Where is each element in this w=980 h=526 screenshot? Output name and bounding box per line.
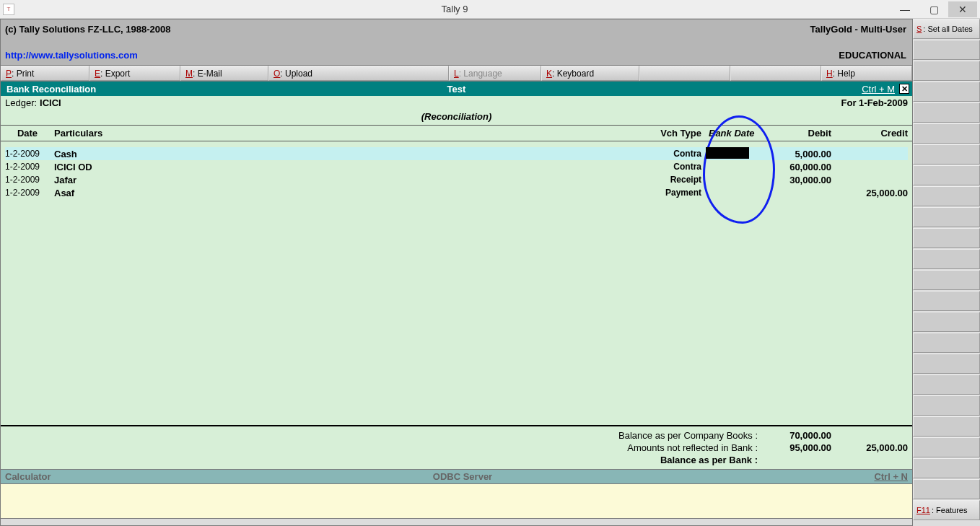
toolbar-upload[interactable]: O: Upload [268, 66, 449, 81]
sidebar-s[interactable]: S: Set all Dates [913, 19, 980, 39]
window-title: Tally 9 [19, 4, 891, 14]
calculator-panel[interactable] [1, 483, 912, 518]
sidebar-spacer [913, 312, 980, 332]
sidebar-spacer [913, 333, 980, 353]
sidebar-spacer [913, 207, 980, 227]
cell-date: 1-2-2009 [5, 188, 50, 198]
sidebar-spacer [913, 437, 980, 457]
cell-particulars: ICICI OD [50, 162, 648, 172]
edition-text: EDUCATIONAL [839, 50, 906, 61]
col-vchtype: Vch Type [648, 128, 706, 139]
col-particulars: Particulars [50, 128, 648, 139]
sidebar-spacer [913, 374, 980, 395]
cell-vchtype: Receipt [648, 175, 706, 185]
summary-row: Amounts not reflected in Bank :95,000.00… [5, 442, 908, 454]
summary-debit: 95,000.00 [764, 442, 836, 453]
summary-credit [836, 455, 908, 465]
col-bankdate: Bank Date [706, 128, 764, 139]
top-toolbar: P: PrintE: ExportM: E-MailO: UploadL: La… [1, 66, 912, 82]
toolbar-email[interactable]: M: E-Mail [180, 66, 268, 81]
bankdate-cursor[interactable] [706, 147, 749, 159]
summary-label: Balance as per Company Books : [5, 430, 764, 441]
sidebar-spacer [913, 270, 980, 290]
sidebar-spacer [913, 395, 980, 416]
maximize-button[interactable]: ▢ [919, 1, 948, 17]
sidebar-f11[interactable]: F11: Features [913, 500, 980, 520]
website-link[interactable]: http://www.tallysolutions.com [5, 50, 138, 61]
table-row[interactable]: 1-2-2009AsafPayment25,000.00 [5, 186, 908, 199]
footer-strip [1, 518, 912, 525]
app-icon: T [3, 4, 14, 15]
sidebar-spacer [913, 228, 980, 248]
minimize-button[interactable]: — [891, 1, 919, 17]
summary-credit [836, 430, 908, 441]
sidebar-spacer [913, 61, 980, 81]
product-text: TallyGold - Multi-User [810, 24, 906, 35]
col-debit: Debit [764, 128, 836, 139]
summary-row: Balance as per Company Books :70,000.00 [5, 429, 908, 442]
col-date: Date [5, 128, 50, 139]
right-sidebar: S: Set all DatesF11: Features [913, 19, 980, 526]
sidebar-spacer [913, 40, 980, 60]
cell-date: 1-2-2009 [5, 162, 50, 172]
status-calculator: Calculator [5, 471, 51, 482]
summary-row: Balance as per Bank : [5, 454, 908, 466]
page-close-icon[interactable]: ✕ [899, 84, 909, 94]
cell-vchtype: Contra [648, 149, 706, 159]
cell-date: 1-2-2009 [5, 149, 50, 159]
content-area: Ledger: ICICI For 1-Feb-2009 (Reconcilia… [1, 96, 912, 469]
sidebar-spacer [913, 479, 980, 499]
toolbar-keyboard[interactable]: K: Keyboard [541, 66, 639, 81]
cell-date: 1-2-2009 [5, 175, 50, 185]
status-shortcut: Ctrl + N [874, 471, 908, 482]
ledger-name: ICICI [40, 97, 61, 108]
cell-particulars: Cash [50, 149, 648, 159]
cell-debit: 60,000.00 [764, 162, 836, 172]
cell-vchtype: Contra [648, 162, 706, 172]
table-row[interactable]: 1-2-2009JafarReceipt30,000.00 [5, 173, 908, 186]
summary-label: Balance as per Bank : [5, 455, 764, 465]
page-titlebar: Bank Reconciliation Test Ctrl + M ✕ [1, 82, 912, 96]
sidebar-spacer [913, 165, 980, 185]
section-title: (Reconciliation) [1, 110, 912, 125]
toolbar-spacer [730, 66, 821, 81]
toolbar-export[interactable]: E: Export [89, 66, 180, 81]
sidebar-spacer [913, 123, 980, 144]
col-credit: Credit [836, 128, 908, 139]
sidebar-spacer [913, 144, 980, 165]
ledger-prefix: Ledger: [5, 97, 37, 108]
cell-bankdate[interactable] [706, 147, 764, 161]
close-button[interactable]: ✕ [948, 1, 977, 17]
column-header-row: Date Particulars Vch Type Bank Date Debi… [1, 125, 912, 141]
page-shortcut: Ctrl + M [862, 84, 895, 95]
summary-area: Balance as per Company Books :70,000.00A… [1, 425, 912, 469]
sidebar-spacer [913, 458, 980, 478]
summary-credit: 25,000.00 [836, 442, 908, 453]
cell-credit: 25,000.00 [836, 188, 908, 198]
cell-debit: 5,000.00 [764, 149, 836, 159]
cell-vchtype: Payment [648, 188, 706, 198]
status-odbc: ODBC Server [51, 471, 875, 482]
sidebar-spacer [913, 354, 980, 374]
cell-particulars: Jafar [50, 175, 648, 185]
page-title-left: Bank Reconciliation [6, 84, 96, 95]
summary-debit: 70,000.00 [764, 430, 836, 441]
toolbar-spacer [639, 66, 730, 81]
os-titlebar: T Tally 9 — ▢ ✕ [0, 0, 980, 19]
sidebar-spacer [913, 82, 980, 102]
cell-debit: 30,000.00 [764, 175, 836, 185]
table-row[interactable]: 1-2-2009CashContra5,000.00 [5, 147, 908, 160]
toolbar-print[interactable]: P: Print [1, 66, 89, 81]
cell-particulars: Asaf [50, 188, 648, 198]
table-row[interactable]: 1-2-2009ICICI ODContra60,000.00 [5, 160, 908, 173]
sidebar-spacer [913, 102, 980, 123]
data-body: 1-2-2009CashContra5,000.001-2-2009ICICI … [1, 141, 912, 425]
sidebar-spacer [913, 186, 980, 206]
sidebar-spacer [913, 416, 980, 437]
copyright-text: (c) Tally Solutions FZ-LLC, 1988-2008 [5, 24, 170, 35]
page-title-center: Test [5, 84, 908, 95]
ledger-period: For 1-Feb-2009 [841, 97, 908, 108]
toolbar-language[interactable]: L: Language [449, 66, 541, 81]
toolbar-help[interactable]: H: Help [821, 66, 912, 81]
sidebar-spacer [913, 249, 980, 269]
